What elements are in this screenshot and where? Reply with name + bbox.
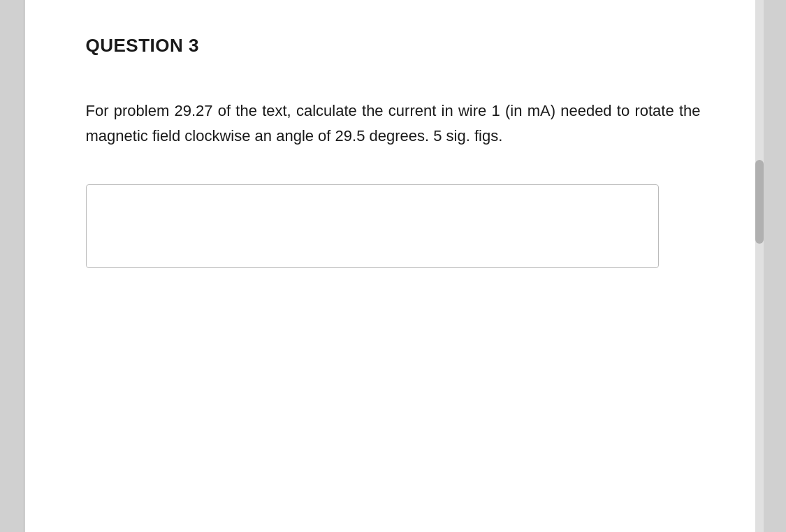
left-border	[23, 0, 25, 532]
question-body: For problem 29.27 of the text, calculate…	[86, 98, 701, 149]
scrollbar[interactable]	[755, 0, 764, 532]
scrollbar-thumb[interactable]	[755, 160, 764, 244]
answer-input-box[interactable]	[86, 184, 659, 268]
page-container: QUESTION 3 For problem 29.27 of the text…	[23, 0, 764, 532]
question-title: QUESTION 3	[86, 35, 708, 57]
content-area: QUESTION 3 For problem 29.27 of the text…	[23, 0, 764, 532]
